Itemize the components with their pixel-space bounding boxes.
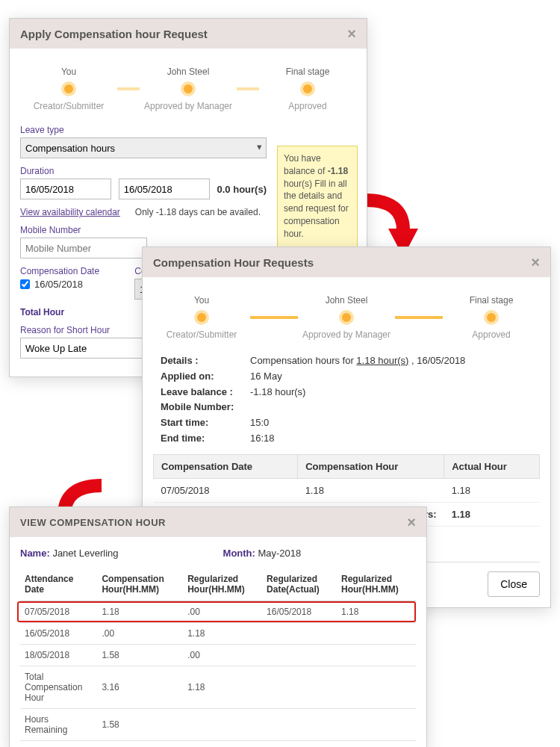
step-role: Creator/Submitter <box>34 101 105 111</box>
step-role: Approved by Manager <box>302 329 391 340</box>
table-row: Total Compensation Hour3.161.18 <box>20 666 416 709</box>
step-label: Final stage <box>470 295 514 306</box>
hours-text: 0.0 hour(s) <box>217 184 267 195</box>
table-row: 16/05/2018.001.18 <box>20 623 416 645</box>
step-role: Approved <box>288 101 326 111</box>
workflow-stepper: YouCreator/Submitter John SteelApproved … <box>153 295 540 340</box>
mobile-input[interactable] <box>20 238 147 258</box>
step-role: Approved by Manager <box>144 101 232 111</box>
table-row: Hours Remaining1.58 <box>20 709 416 741</box>
step-label: John Steel <box>326 295 368 306</box>
col-header: Regularized Hour(HH.MM) <box>337 568 416 601</box>
close-button[interactable]: Close <box>488 571 540 597</box>
modal-title: Apply Compensation hour Request <box>20 28 208 40</box>
modal-header: Apply Compensation hour Request × <box>10 19 367 49</box>
step-label: Final stage <box>286 66 330 77</box>
modal-title: VIEW COMPENSATION HOUR <box>20 517 166 528</box>
mobile-label: Mobile Number <box>20 225 147 235</box>
modal-title: Compensation Hour Requests <box>153 256 314 269</box>
date-from-input[interactable] <box>20 179 111 199</box>
start-value: 15:0 <box>250 417 269 428</box>
col-header: Actual Hour <box>444 454 540 478</box>
step-dot-icon <box>61 81 76 96</box>
workflow-stepper: YouCreator/Submitter John SteelApproved … <box>20 66 356 111</box>
compdate-label: Compensation Date <box>20 266 127 276</box>
step-dot-icon <box>194 310 209 325</box>
avail-hint: Only -1.18 days can be availed. <box>135 207 267 217</box>
step-label: You <box>61 66 76 77</box>
balance-value: -1.18 hour(s) <box>250 386 305 397</box>
modal-header: VIEW COMPENSATION HOUR × <box>10 507 426 537</box>
step-dot-icon <box>300 81 315 96</box>
step-dot-icon <box>339 310 354 325</box>
col-header: Compensation Hour <box>298 454 444 478</box>
close-icon[interactable]: × <box>531 255 540 270</box>
close-icon[interactable]: × <box>407 515 416 530</box>
view-comp-modal: VIEW COMPENSATION HOUR × Name: Janet Lev… <box>9 506 427 747</box>
balance-notice: You have balance of -1.18 hour(s) Fill i… <box>277 146 358 247</box>
compdate-checkbox[interactable] <box>20 279 30 289</box>
availability-link[interactable]: View availability calendar <box>20 207 120 217</box>
col-header: Regularized Hour(HH.MM) <box>183 568 262 601</box>
step-dot-icon <box>484 310 499 325</box>
name-label: Name: <box>20 548 50 559</box>
col-header: Compensation Hour(HH.MM) <box>97 568 183 601</box>
step-label: John Steel <box>167 66 210 77</box>
month-value: May-2018 <box>258 548 301 559</box>
modal-header: Compensation Hour Requests × <box>143 247 550 277</box>
compdate-value: 16/05/2018 <box>34 279 83 290</box>
modal-body: Name: Janet Leverling Month: May-2018 At… <box>10 537 426 747</box>
col-header: Regularized Date(Actual) <box>262 568 337 601</box>
reason-label: Reason for Short Hour <box>20 325 147 335</box>
table-row: 07/05/20181.181.18 <box>154 478 540 502</box>
applied-value: 16 May <box>250 371 282 382</box>
table-row: 18/05/20181.58.00 <box>20 645 416 666</box>
name-value: Janet Leverling <box>52 548 118 559</box>
date-to-input[interactable] <box>119 179 210 199</box>
col-header: Attendance Date <box>20 568 97 601</box>
leave-type-select[interactable] <box>20 137 267 158</box>
col-header: Compensation Date <box>154 454 298 478</box>
hours-link[interactable]: 1.18 hour(s) <box>356 355 408 366</box>
close-icon[interactable]: × <box>347 26 356 41</box>
step-label: You <box>194 295 209 306</box>
step-role: Approved <box>472 329 510 340</box>
end-value: 16:18 <box>250 433 275 444</box>
duration-label: Duration <box>20 166 267 176</box>
step-role: Creator/Submitter <box>167 329 237 340</box>
attendance-table: Attendance Date Compensation Hour(HH.MM)… <box>20 568 416 741</box>
leave-type-label: Leave type <box>20 125 267 135</box>
request-details: Details :Compensation hours for 1.18 hou… <box>153 353 540 454</box>
month-label: Month: <box>223 548 255 559</box>
step-dot-icon <box>181 81 196 96</box>
table-row: 07/05/20181.18.0016/05/20181.18 <box>20 601 416 623</box>
reason-input[interactable] <box>20 338 147 359</box>
